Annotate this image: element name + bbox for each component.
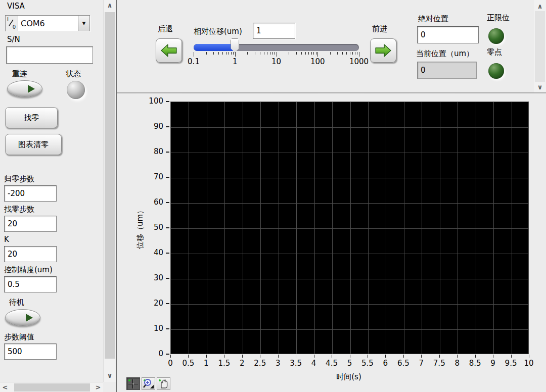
gridline-horizontal xyxy=(171,228,528,229)
control-precision-field[interactable] xyxy=(4,276,57,292)
slider-minor-tick xyxy=(264,52,264,55)
left-panel-vertical-scrollbar[interactable]: ∧ ∨ xyxy=(103,0,116,382)
sn-label: S/N xyxy=(7,35,20,44)
left-panel-horizontal-scrollbar[interactable]: < > xyxy=(0,382,103,392)
x-axis-tick xyxy=(188,355,189,358)
k-label: K xyxy=(4,235,9,244)
x-axis-tick xyxy=(314,355,314,358)
scroll-up-button[interactable]: ∧ xyxy=(104,0,116,10)
gridline-vertical xyxy=(422,102,422,354)
x-tick-label: 0 xyxy=(168,359,173,368)
visa-label: VISA xyxy=(7,2,25,11)
slider-minor-tick xyxy=(289,52,289,55)
x-axis-tick xyxy=(421,355,422,358)
slider-minor-tick xyxy=(222,52,223,55)
k-field[interactable] xyxy=(4,246,57,262)
slider-minor-tick xyxy=(352,52,353,55)
scroll-down-button[interactable]: ∨ xyxy=(534,82,546,92)
y-tick-label: 90 xyxy=(139,122,163,131)
slider-minor-tick xyxy=(267,52,267,55)
chevron-up-icon: ∧ xyxy=(107,2,113,9)
control-precision-label: 控制精度(um) xyxy=(4,266,53,274)
scroll-left-button[interactable]: < xyxy=(0,382,10,392)
chevron-up-icon: ∧ xyxy=(537,3,543,10)
slider-minor-tick xyxy=(296,52,297,55)
x-axis-tick xyxy=(529,355,529,358)
x-tick-label: 0.5 xyxy=(183,359,195,368)
slider-minor-tick xyxy=(213,52,214,55)
reconnect-toggle[interactable] xyxy=(7,80,42,97)
gridline-horizontal xyxy=(171,254,528,254)
gridline-horizontal xyxy=(171,329,528,330)
slider-fill xyxy=(194,44,235,51)
gridline-vertical xyxy=(332,102,333,354)
gridline-vertical xyxy=(243,102,243,354)
forward-label: 前进 xyxy=(372,25,387,33)
y-tick-label: 100 xyxy=(139,96,163,106)
waveform-chart-plot-area[interactable] xyxy=(170,102,529,354)
zero-point-label: 零点 xyxy=(487,48,502,57)
absolute-position-input[interactable] xyxy=(417,26,479,43)
x-tick-label: 7 xyxy=(419,359,424,368)
x-axis-title: 时间(s) xyxy=(336,372,361,382)
x-tick-label: 8 xyxy=(454,359,460,368)
slider-scale-label: 0.1 xyxy=(188,57,200,66)
x-tick-label: 7.5 xyxy=(433,359,445,368)
scrollbar-thumb[interactable] xyxy=(105,12,115,359)
y-tick-label: 70 xyxy=(139,172,163,181)
slider-minor-tick xyxy=(301,52,302,55)
positive-limit-led xyxy=(488,28,504,44)
back-label: 后退 xyxy=(158,25,173,33)
y-axis-tick xyxy=(166,101,169,102)
x-tick-label: 1.5 xyxy=(218,359,230,368)
gridline-horizontal xyxy=(171,203,528,204)
x-tick-label: 4 xyxy=(311,359,316,368)
chevron-right-icon: > xyxy=(96,383,101,391)
sn-field[interactable] xyxy=(6,46,93,64)
slider-minor-tick xyxy=(272,52,273,55)
relative-displacement-label: 相对位移(um) xyxy=(194,27,242,36)
cursor-tool-button[interactable] xyxy=(126,377,140,390)
toggle-arrow-icon xyxy=(28,85,35,93)
home-steps-field[interactable] xyxy=(4,185,57,202)
findzero-steps-field[interactable] xyxy=(4,216,57,232)
slider-scale-label: 100 xyxy=(310,57,325,66)
scrollbar-thumb[interactable] xyxy=(535,11,545,82)
x-tick-label: 3.5 xyxy=(290,359,302,368)
x-axis-tick xyxy=(475,355,476,358)
x-tick-label: 6.5 xyxy=(397,359,410,368)
slider-major-tick xyxy=(359,52,359,57)
relative-displacement-input[interactable] xyxy=(253,23,295,39)
pan-tool-button[interactable] xyxy=(157,377,170,390)
relative-displacement-slider[interactable] xyxy=(194,44,359,51)
x-axis-tick xyxy=(260,355,260,358)
x-tick-label: 6 xyxy=(383,359,388,368)
slider-minor-tick xyxy=(206,52,207,55)
slider-minor-tick xyxy=(346,52,347,55)
back-button[interactable] xyxy=(156,38,182,63)
positive-limit-label: 正限位 xyxy=(487,14,510,22)
standby-toggle[interactable] xyxy=(5,309,40,326)
gridline-vertical xyxy=(458,102,458,354)
find-zero-button[interactable]: 找零 xyxy=(5,107,58,128)
visa-dropdown-button[interactable]: ▼ xyxy=(78,16,89,31)
slider-minor-tick xyxy=(270,52,270,55)
zero-point-led xyxy=(488,63,504,79)
visa-combo-value[interactable]: COM6 xyxy=(18,16,78,31)
scroll-right-button[interactable]: > xyxy=(93,382,103,392)
step-threshold-field[interactable] xyxy=(4,344,57,360)
zoom-tool-button[interactable] xyxy=(142,377,155,390)
y-axis-tick xyxy=(166,227,169,228)
x-axis-tick xyxy=(385,355,386,358)
visa-resource-combo[interactable]: I 0 COM6 ▼ xyxy=(5,15,90,31)
scroll-up-button[interactable]: ∧ xyxy=(534,1,546,11)
scrollbar-thumb[interactable] xyxy=(14,383,90,391)
top-panel-vertical-scrollbar[interactable]: ∧ ∨ xyxy=(534,0,546,92)
home-steps-label: 归零步数 xyxy=(4,175,34,183)
gridline-vertical xyxy=(386,102,386,354)
x-tick-label: 1 xyxy=(204,359,209,368)
slider-minor-tick xyxy=(308,52,309,55)
chart-clear-button[interactable]: 图表清零 xyxy=(5,134,62,155)
scroll-down-button[interactable]: ∨ xyxy=(104,370,116,380)
forward-button[interactable] xyxy=(370,38,396,63)
